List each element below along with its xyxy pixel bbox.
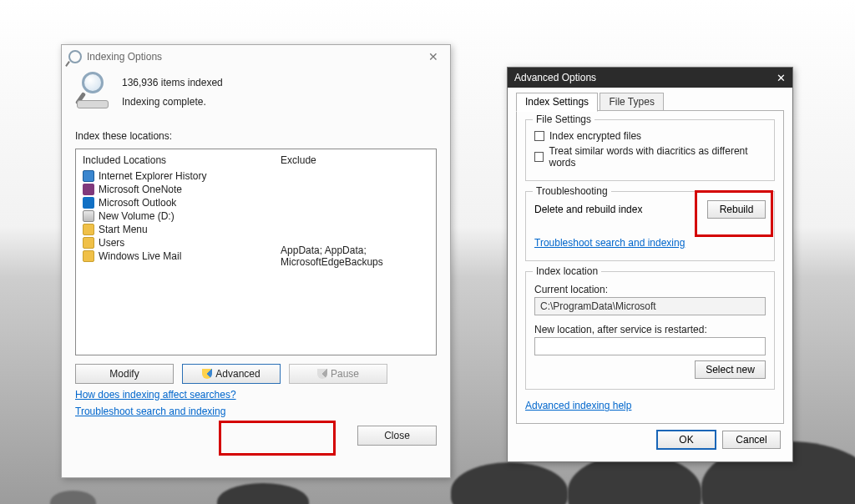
indexing-options-dialog: Indexing Options ✕ 136,936 items indexed… <box>61 44 451 478</box>
drive-icon <box>83 210 94 222</box>
advanced-indexing-help-link[interactable]: Advanced indexing help <box>525 400 775 411</box>
list-item[interactable]: Start Menu <box>83 223 267 236</box>
group-title: File Settings <box>533 113 594 125</box>
pause-button: Pause <box>289 364 387 384</box>
rebuild-button[interactable]: Rebuild <box>707 200 766 219</box>
modify-button[interactable]: Modify <box>75 364 174 384</box>
group-title: Troubleshooting <box>533 185 611 197</box>
checkbox-label: Treat similar words with diacritics as d… <box>549 145 766 169</box>
outlook-icon <box>83 197 94 209</box>
encrypted-checkbox[interactable] <box>534 131 544 141</box>
list-item[interactable]: New Volume (D:) <box>83 209 267 223</box>
location-label: Microsoft Outlook <box>99 197 176 209</box>
titlebar[interactable]: Indexing Options ✕ <box>62 45 450 68</box>
tab-index-settings[interactable]: Index Settings <box>516 93 598 112</box>
location-label: Internet Explorer History <box>99 170 206 182</box>
new-location-label: New location, after service is restarted… <box>534 324 766 335</box>
shield-icon <box>202 369 212 379</box>
close-icon[interactable]: ✕ <box>423 48 443 65</box>
list-item[interactable]: Users <box>83 236 267 249</box>
diacritics-checkbox[interactable] <box>534 152 544 162</box>
list-item[interactable]: Internet Explorer History <box>83 169 267 183</box>
dialog-title: Indexing Options <box>87 51 162 63</box>
troubleshoot-link[interactable]: Troubleshoot search and indexing <box>534 237 766 249</box>
location-label: Users <box>99 237 124 249</box>
how-indexing-affects-link[interactable]: How does indexing affect searches? <box>75 389 437 401</box>
location-label: Start Menu <box>99 224 148 235</box>
button-label: Advanced <box>215 368 260 380</box>
locations-label: Index these locations: <box>75 130 437 142</box>
locations-listbox[interactable]: Included Locations Internet Explorer His… <box>75 149 437 355</box>
tab-strip: Index Settings File Types <box>516 93 784 111</box>
items-indexed-text: 136,936 items indexed <box>122 73 223 93</box>
magnifier-large-icon <box>75 72 112 108</box>
folder-icon <box>83 224 94 235</box>
advanced-options-dialog: Advanced Options ✕ Index Settings File T… <box>507 67 793 462</box>
button-label: Pause <box>331 368 359 380</box>
checkbox-label: Index encrypted files <box>549 130 641 142</box>
list-item[interactable]: Microsoft OneNote <box>83 183 267 196</box>
new-location-field[interactable] <box>534 337 766 355</box>
select-new-button[interactable]: Select new <box>695 360 766 379</box>
troubleshoot-link[interactable]: Troubleshoot search and indexing <box>75 406 437 417</box>
indexing-status-text: Indexing complete. <box>122 93 223 112</box>
button-label: Close <box>384 430 410 441</box>
file-settings-group: File Settings Index encrypted files Trea… <box>525 119 775 181</box>
onenote-icon <box>83 184 94 195</box>
exclude-value: AppData; AppData; MicrosoftEdgeBackups <box>281 244 429 268</box>
index-location-group: Index location Current location: C:\Prog… <box>525 271 775 390</box>
close-button[interactable]: Close <box>357 426 437 446</box>
delete-rebuild-text: Delete and rebuild index <box>534 204 642 215</box>
location-label: Windows Live Mail <box>99 250 181 262</box>
troubleshooting-group: Troubleshooting Delete and rebuild index… <box>525 191 775 261</box>
magnifier-icon <box>68 50 82 63</box>
close-icon[interactable]: ✕ <box>777 72 786 84</box>
group-title: Index location <box>533 265 601 277</box>
button-label: Modify <box>109 368 139 380</box>
column-included-header: Included Locations <box>83 154 267 166</box>
list-item[interactable]: Microsoft Outlook <box>83 196 267 209</box>
dialog-title: Advanced Options <box>514 72 596 83</box>
advanced-button[interactable]: Advanced <box>182 364 281 384</box>
current-location-field: C:\ProgramData\Microsoft <box>534 297 766 315</box>
titlebar[interactable]: Advanced Options ✕ <box>508 68 792 88</box>
tab-file-types[interactable]: File Types <box>600 93 663 111</box>
ok-button[interactable]: OK <box>657 431 716 449</box>
folder-icon <box>83 237 94 249</box>
folder-icon <box>83 250 94 262</box>
column-exclude-header: Exclude <box>281 154 429 166</box>
current-location-label: Current location: <box>534 284 766 295</box>
location-label: Microsoft OneNote <box>99 184 182 195</box>
cancel-button[interactable]: Cancel <box>722 431 781 449</box>
list-item[interactable]: Windows Live Mail <box>83 249 267 263</box>
shield-icon <box>317 369 327 379</box>
location-label: New Volume (D:) <box>99 210 175 222</box>
ie-icon <box>83 170 94 182</box>
